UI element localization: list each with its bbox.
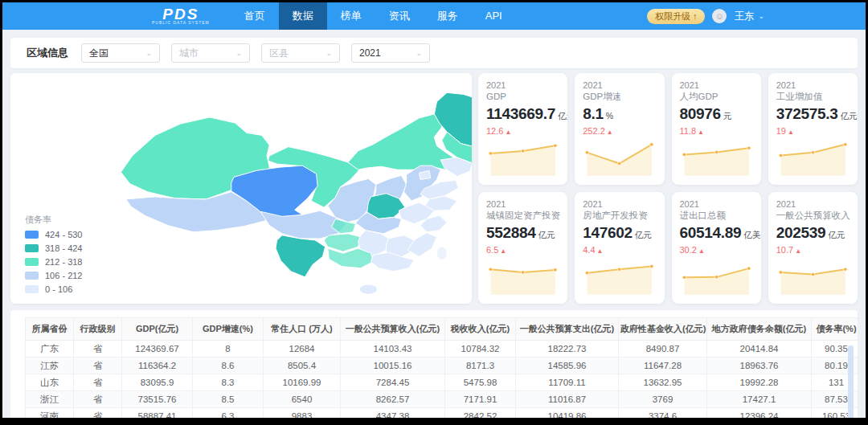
chevron-down-icon: ⌄ bbox=[235, 49, 242, 57]
table-cell: 7284.45 bbox=[341, 374, 445, 391]
province-data-table: 所属省份行政级别GDP(亿元)GDP增速(%)常住人口 (万人)一般公共预算收入… bbox=[25, 317, 858, 418]
province-guangdong[interactable] bbox=[371, 252, 414, 271]
card-metric-label: GDP增速 bbox=[583, 91, 656, 102]
table-cell: 10169.99 bbox=[264, 374, 341, 391]
delta-value: 6.5 bbox=[486, 245, 498, 255]
table-cell: 124369.67 bbox=[122, 341, 193, 358]
card-value-row: 1143669.7亿元 bbox=[486, 105, 559, 123]
filter-select-1[interactable]: 城市⌄ bbox=[171, 43, 250, 63]
legend-range-label: 318 - 424 bbox=[45, 243, 82, 253]
card-metric-label: 进出口总额 bbox=[680, 210, 753, 221]
nav-item-4[interactable]: 服务 bbox=[424, 2, 472, 30]
table-cell: 2842.52 bbox=[445, 408, 516, 419]
province-fujian[interactable] bbox=[407, 233, 436, 257]
upgrade-badge[interactable]: 权限升级 ↑ bbox=[647, 9, 706, 24]
legend-item-0: 424 - 530 bbox=[25, 230, 82, 239]
table-cell: 10419.86 bbox=[516, 408, 619, 419]
province-hainan[interactable] bbox=[359, 284, 377, 294]
card-unit: 亿元 bbox=[538, 230, 555, 241]
stat-card-5: 2021房地产开发投资147602亿元4.4▲ bbox=[575, 192, 664, 304]
arrow-up-icon: ▲ bbox=[597, 247, 604, 255]
table-cell: 8.3 bbox=[193, 374, 264, 391]
province-guangxi[interactable] bbox=[328, 248, 374, 268]
legend-swatch bbox=[25, 258, 39, 266]
table-row-河南[interactable]: 河南省58887.416.398834347.382842.5210419.86… bbox=[26, 408, 858, 419]
trend-sparkline bbox=[776, 257, 850, 297]
legend-range-label: 106 - 212 bbox=[45, 271, 82, 280]
card-value-row: 147602亿元 bbox=[583, 224, 656, 242]
trend-sparkline bbox=[776, 138, 850, 178]
table-cell: 11709.11 bbox=[516, 374, 619, 391]
table-cell: 10015.16 bbox=[341, 358, 445, 374]
province-yunnan[interactable] bbox=[276, 235, 326, 277]
card-year: 2021 bbox=[776, 199, 850, 210]
legend-items: 424 - 530318 - 424212 - 318106 - 2120 - … bbox=[25, 230, 82, 294]
nav-item-5[interactable]: API bbox=[472, 2, 516, 30]
table-cell: 3374.6 bbox=[619, 408, 707, 419]
table-cell: 6.3 bbox=[193, 408, 264, 419]
card-year: 2021 bbox=[680, 80, 753, 91]
card-year: 2021 bbox=[680, 199, 753, 210]
card-metric-label: 人均GDP bbox=[680, 91, 753, 102]
card-value: 147602 bbox=[583, 224, 633, 242]
trend-sparkline bbox=[680, 257, 753, 297]
card-unit: 亿元 bbox=[841, 111, 858, 122]
table-row-广东[interactable]: 广东省124369.6781268414103.4310784.3218222.… bbox=[26, 341, 858, 358]
table-cell: 58887.41 bbox=[122, 408, 193, 419]
table-col-header-4: 常住人口 (万人) bbox=[264, 318, 341, 341]
table-cell: 9883 bbox=[264, 408, 341, 419]
table-col-header-6: 税收收入(亿元) bbox=[445, 318, 516, 341]
card-delta: 6.5▲ bbox=[486, 245, 559, 255]
nav-item-2[interactable]: 榜单 bbox=[327, 2, 375, 30]
card-unit: 亿美元 bbox=[743, 230, 760, 241]
nav-item-0[interactable]: 首页 bbox=[231, 2, 279, 30]
arrow-up-icon: ▲ bbox=[788, 129, 794, 136]
trend-sparkline bbox=[680, 138, 753, 178]
table-cell: 20414.84 bbox=[707, 341, 812, 358]
card-value: 80976 bbox=[680, 105, 721, 123]
delta-value: 19 bbox=[776, 126, 786, 136]
table-row-江苏[interactable]: 江苏省116364.28.68505.410015.168171.314585.… bbox=[26, 358, 858, 374]
filter-select-0[interactable]: 全国⌄ bbox=[81, 43, 160, 63]
filter-select-2[interactable]: 区县⌄ bbox=[261, 43, 340, 63]
card-delta: 12.6▲ bbox=[486, 126, 559, 136]
stat-card-0: 2021GDP1143669.7亿元12.6▲ bbox=[478, 73, 567, 185]
table-cell: 10784.32 bbox=[445, 341, 516, 358]
table-row-浙江[interactable]: 浙江省73515.768.565408262.577171.9111016.87… bbox=[26, 391, 858, 408]
nav-item-1[interactable]: 数据 bbox=[279, 2, 327, 30]
table-col-header-7: 一般公共预算支出(亿元) bbox=[516, 318, 619, 341]
table-header-row: 所属省份行政级别GDP(亿元)GDP增速(%)常住人口 (万人)一般公共预算收入… bbox=[26, 318, 858, 341]
province-taiwan[interactable] bbox=[437, 247, 448, 259]
table-cell: 116364.2 bbox=[122, 358, 193, 374]
chevron-down-icon: ⌄ bbox=[326, 49, 332, 57]
card-value-row: 80976元 bbox=[680, 105, 753, 123]
filter-select-3[interactable]: 2021⌄ bbox=[351, 43, 430, 63]
card-metric-label: 房地产开发投资 bbox=[583, 210, 656, 221]
arrow-up-icon: ▲ bbox=[500, 247, 506, 255]
table-cell: 3769 bbox=[619, 391, 707, 408]
table-cell: 14585.96 bbox=[516, 358, 619, 374]
stat-card-7: 2021一般公共预算收入202539亿元10.7▲ bbox=[768, 192, 858, 304]
user-menu[interactable]: 王东 ⌄ bbox=[734, 10, 764, 23]
card-unit: % bbox=[606, 111, 613, 121]
nav-item-3[interactable]: 资讯 bbox=[375, 2, 424, 30]
table-cell: 8 bbox=[193, 341, 264, 358]
app-logo[interactable]: PDS PUBLIC DATA SYSTEM bbox=[152, 2, 210, 30]
card-metric-label: 城镇固定资产投资 bbox=[486, 210, 559, 221]
trend-sparkline bbox=[583, 138, 656, 178]
filter-label: 区域信息 bbox=[27, 46, 68, 60]
table-row-山东[interactable]: 山东省83095.98.310169.997284.455475.9811709… bbox=[26, 374, 858, 391]
delta-value: 30.2 bbox=[680, 245, 697, 255]
table-cell: 18963.76 bbox=[707, 358, 812, 374]
legend-range-label: 212 - 318 bbox=[45, 257, 82, 267]
select-value: 全国 bbox=[89, 47, 108, 60]
table-cell: 江苏 bbox=[26, 358, 74, 374]
user-name: 王东 bbox=[734, 10, 754, 23]
stat-card-2: 2021人均GDP80976元11.8▲ bbox=[672, 73, 761, 185]
table-col-header-2: GDP(亿元) bbox=[122, 318, 193, 341]
logo-tagline: PUBLIC DATA SYSTEM bbox=[152, 20, 210, 25]
card-delta: 19▲ bbox=[776, 126, 850, 136]
card-delta: 30.2▲ bbox=[680, 245, 753, 255]
table-scrollbar[interactable] bbox=[848, 345, 854, 418]
card-year: 2021 bbox=[583, 199, 656, 210]
